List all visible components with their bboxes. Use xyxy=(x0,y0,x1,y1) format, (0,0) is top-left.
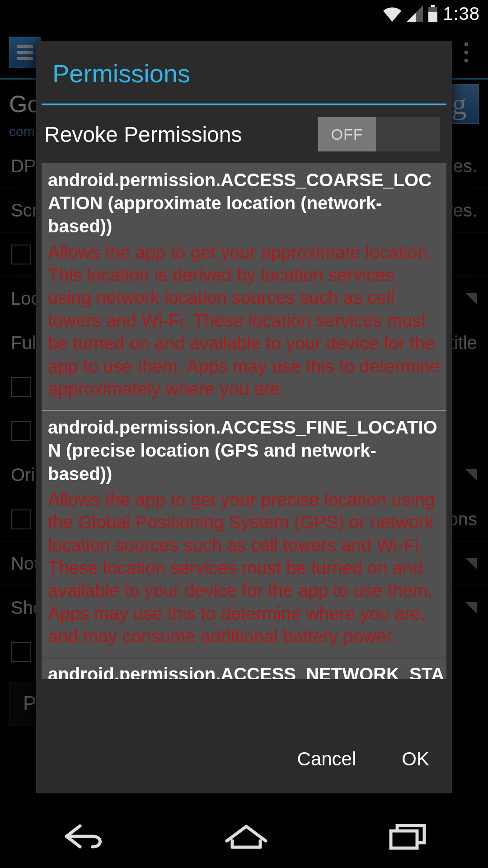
revoke-permissions-label: Revoke Permissions xyxy=(44,122,309,147)
permission-description: Allows the app to get your precise locat… xyxy=(48,488,440,648)
dialog-title: Permissions xyxy=(36,41,452,104)
clock: 1:38 xyxy=(443,4,480,24)
back-icon xyxy=(57,821,107,852)
permission-description: Allows the app to get your approximate l… xyxy=(48,241,440,401)
permission-list[interactable]: android.permission.ACCESS_COARSE_LOCATIO… xyxy=(42,163,446,725)
back-button[interactable] xyxy=(57,821,107,852)
revoke-permissions-row: Revoke Permissions OFF xyxy=(36,105,452,163)
cancel-button[interactable]: Cancel xyxy=(275,725,379,793)
permission-item[interactable]: android.permission.ACCESS_COARSE_LOCATIO… xyxy=(42,163,446,410)
recents-icon xyxy=(385,822,431,851)
navigation-bar xyxy=(0,805,488,868)
home-button[interactable] xyxy=(221,822,271,851)
ok-button[interactable]: OK xyxy=(379,725,452,793)
permission-name: android.permission.ACCESS_FINE_LOCATION … xyxy=(48,416,440,486)
home-icon xyxy=(221,822,271,851)
svg-rect-6 xyxy=(391,831,417,848)
signal-icon xyxy=(407,5,423,22)
dialog-button-bar: Cancel OK xyxy=(36,725,452,793)
toggle-thumb: OFF xyxy=(318,117,376,151)
recents-button[interactable] xyxy=(385,822,431,851)
status-bar: 1:38 xyxy=(0,0,488,27)
permission-item-cutoff[interactable]: android.permission.ACCESS_NETWORK_STA xyxy=(42,658,446,679)
svg-rect-0 xyxy=(431,5,435,7)
wifi-icon xyxy=(382,5,402,22)
svg-rect-2 xyxy=(428,12,437,22)
permission-item[interactable]: android.permission.ACCESS_FINE_LOCATION … xyxy=(42,410,446,658)
permissions-dialog: Permissions Revoke Permissions OFF andro… xyxy=(36,41,452,793)
battery-icon xyxy=(427,5,438,22)
revoke-toggle[interactable]: OFF xyxy=(318,117,440,151)
permission-name: android.permission.ACCESS_COARSE_LOCATIO… xyxy=(48,169,440,238)
